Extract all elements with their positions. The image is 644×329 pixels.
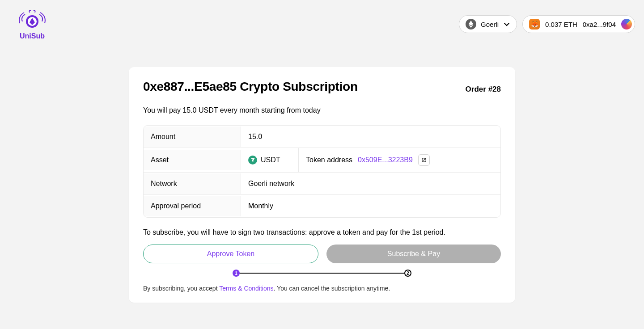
subscribe-pay-button[interactable]: Subscribe & Pay: [326, 245, 501, 263]
card-header: 0xe887...E5ae85 Crypto Subscription Orde…: [143, 80, 501, 94]
terms-prefix: By subscribing, you accept: [143, 285, 219, 292]
step-2: 2: [404, 270, 411, 277]
transaction-note: To subscribe, you will have to sign two …: [143, 228, 501, 236]
subtitle: You will pay 15.0 USDT every month start…: [143, 106, 501, 114]
token-address-label: Token address: [306, 156, 352, 164]
ethereum-icon: [466, 19, 476, 30]
label-period: Approval period: [144, 196, 241, 216]
details-table: Amount 15.0 Asset ₮ USDT Token address 0…: [143, 125, 501, 218]
label-amount: Amount: [144, 127, 241, 147]
row-network: Network Goerli network: [144, 173, 500, 195]
step-1: 1: [233, 270, 240, 277]
wallet-pill[interactable]: 🦊 0.037 ETH 0xa2...9f04: [522, 15, 635, 33]
usdt-icon: ₮: [248, 156, 257, 164]
header: UniSub Goerli 🦊 0.037 ETH 0xa2...9f04: [0, 0, 644, 40]
button-row: Approve Token Subscribe & Pay: [143, 245, 501, 263]
value-asset: ₮ USDT: [241, 149, 298, 171]
terms-text: By subscribing, you accept Terms & Condi…: [143, 285, 501, 292]
row-amount: Amount 15.0: [144, 126, 500, 148]
value-amount: 15.0: [241, 127, 500, 147]
row-asset: Asset ₮ USDT Token address 0x509E...3223…: [144, 148, 500, 173]
external-link-button[interactable]: [418, 154, 430, 166]
asset-symbol: USDT: [261, 156, 280, 164]
terms-suffix: . You can cancel the subscription anytim…: [274, 285, 390, 292]
external-link-icon: [421, 157, 427, 163]
value-network: Goerli network: [241, 173, 500, 194]
approve-token-button[interactable]: Approve Token: [143, 245, 318, 263]
token-address-block: Token address 0x509E...3223B9: [298, 148, 437, 172]
step-indicator: 1 2: [236, 270, 408, 277]
subscription-card: 0xe887...E5ae85 Crypto Subscription Orde…: [129, 67, 515, 303]
label-asset: Asset: [144, 150, 241, 170]
logo-text: UniSub: [20, 32, 45, 40]
network-selector[interactable]: Goerli: [459, 15, 517, 33]
wallet-address: 0xa2...9f04: [583, 21, 616, 28]
metamask-icon: 🦊: [529, 19, 540, 30]
token-address-link[interactable]: 0x509E...3223B9: [358, 156, 413, 164]
value-period: Monthly: [241, 196, 500, 216]
row-period: Approval period Monthly: [144, 195, 500, 217]
stepper-line: [236, 273, 408, 274]
header-right: Goerli 🦊 0.037 ETH 0xa2...9f04: [459, 15, 635, 33]
logo-icon: [16, 8, 48, 31]
label-network: Network: [144, 173, 241, 194]
terms-link[interactable]: Terms & Conditions: [219, 285, 273, 292]
network-label: Goerli: [481, 21, 499, 28]
avatar-icon: [621, 19, 632, 30]
chevron-down-icon: [503, 21, 510, 28]
order-number: Order #28: [466, 85, 501, 94]
page-title: 0xe887...E5ae85 Crypto Subscription: [143, 80, 358, 94]
wallet-balance: 0.037 ETH: [545, 21, 577, 28]
logo[interactable]: UniSub: [16, 8, 48, 40]
